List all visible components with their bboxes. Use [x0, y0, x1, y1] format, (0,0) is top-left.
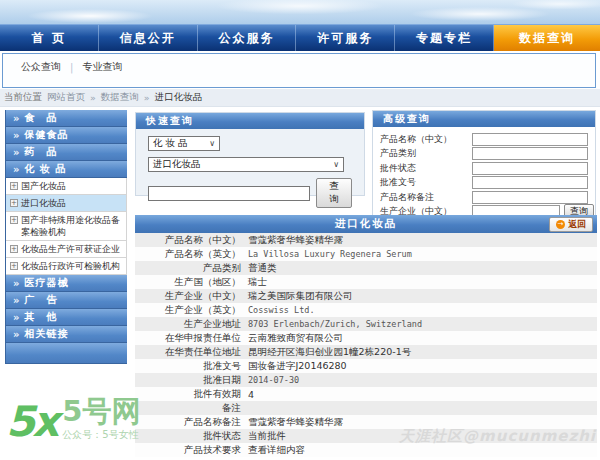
double-arrow-icon: »	[13, 130, 20, 141]
sidebar-item[interactable]: +进口化妆品	[6, 195, 127, 212]
table-row: 批准文号国妆备进字J20146280	[135, 359, 597, 373]
row-label: 产品名称备注	[135, 416, 245, 429]
detail-table-title: 进口化妆品	[135, 217, 597, 231]
breadcrumb-separator-icon: »	[144, 92, 150, 103]
table-row: 在华责任单位地址昆明经开区海归创业园1幢2栋220-1号	[135, 345, 597, 359]
logo-right: 5号网 公众号：5号女性	[62, 397, 140, 442]
table-row: 生产企业（中文）瑞之美国际集团有限公司	[135, 289, 597, 303]
site-logo: 5x 5号网 公众号：5号女性	[6, 397, 141, 442]
sidebar-section-header[interactable]: »其 他	[6, 309, 127, 326]
advanced-field-input[interactable]	[472, 191, 588, 204]
row-label: 批件有效期	[135, 388, 245, 401]
sidebar-item-label: 国产化妆品	[21, 180, 66, 192]
sidebar-section-label: 其 他	[24, 310, 57, 324]
advanced-search-row: 批准文号	[373, 176, 595, 191]
sky-banner	[0, 0, 600, 24]
sidebar-section-label: 化 妆 品	[24, 162, 66, 176]
sidebar-section-header[interactable]: »广 告	[6, 292, 127, 309]
nav-item[interactable]: 首 页	[0, 25, 99, 51]
table-row: 产品名称（中文）雪蔻紫奢华蜂姿精华露	[135, 233, 597, 247]
expand-icon: +	[10, 199, 18, 207]
sidebar-section-header[interactable]: »保健食品	[6, 127, 127, 144]
row-value: 瑞士	[245, 276, 597, 289]
advanced-search-row: 产品名称备注	[373, 190, 595, 205]
nav-item[interactable]: 信息公开	[99, 25, 198, 51]
category-select-value: 化 妆 品	[153, 137, 188, 150]
type-select[interactable]: 进口化妆品 ∨	[148, 157, 344, 172]
breadcrumb-item[interactable]: 网站首页	[47, 91, 85, 104]
advanced-search-row: 批件状态	[373, 161, 595, 176]
advanced-field-label: 产品名称（中文）	[380, 133, 468, 146]
nav-item[interactable]: 公众服务	[198, 25, 297, 51]
table-row: 生产企业地址8703 Erlenbach/Zurich, Switzerland	[135, 317, 597, 331]
sidebar-item[interactable]: +国产化妆品	[6, 178, 127, 195]
row-value: 云南雅致商贸有限公司	[245, 332, 597, 345]
sidebar-section-header[interactable]: »化 妆 品	[6, 161, 127, 178]
table-row: 批件有效期4	[135, 387, 597, 401]
row-label: 产品名称（英文）	[135, 248, 245, 261]
watermark: 天涯社区@mucunmezhi	[399, 427, 596, 446]
sidebar-section-label: 药 品	[24, 145, 57, 159]
sidebar-section-header[interactable]: »医疗器械	[6, 275, 127, 292]
sidebar-section-label: 食 品	[24, 111, 57, 125]
subnav-item[interactable]: 公众查询	[21, 60, 61, 74]
advanced-search-title: 高级查询	[383, 112, 431, 126]
sidebar-section-header[interactable]: »相关链接	[6, 326, 127, 343]
back-button[interactable]: → 返回	[549, 217, 593, 232]
sidebar-item-label: 进口化妆品	[21, 197, 66, 209]
quick-search-panel: 快速查询 化 妆 品 ∨ 进口化妆品 ∨ 查询	[135, 112, 365, 196]
double-arrow-icon: »	[13, 312, 20, 323]
sidebar-section-label: 医疗器械	[24, 276, 68, 290]
row-value: Cosswiss Ltd.	[245, 305, 597, 315]
table-row: 生产国（地区）瑞士	[135, 275, 597, 289]
nav-item[interactable]: 专题专栏	[395, 25, 494, 51]
sidebar-item[interactable]: +化妆品行政许可检验机构	[6, 258, 127, 275]
advanced-field-input[interactable]	[472, 162, 588, 175]
table-row: 批准日期2014-07-30	[135, 373, 597, 387]
advanced-field-input[interactable]	[472, 176, 588, 189]
sidebar-section-header[interactable]: »药 品	[6, 144, 127, 161]
row-value: La Villosa Luxury Regenera Serum	[245, 249, 597, 259]
breadcrumb: 当前位置 网站首页»数据查询»进口化妆品	[0, 89, 600, 107]
row-label: 批准文号	[135, 360, 245, 373]
double-arrow-icon: »	[13, 295, 20, 306]
sidebar-section-header[interactable]: »食 品	[6, 110, 127, 127]
advanced-search-panel: 高级查询 产品名称（中文）产品类别批件状态批准文号产品名称备注生产企业（中文）查…	[372, 110, 596, 216]
sidebar-item-label: 化妆品行政许可检验机构	[21, 260, 120, 272]
row-label: 在华申报责任单位	[135, 332, 245, 345]
advanced-field-input[interactable]	[472, 147, 588, 160]
row-label: 生产企业地址	[135, 318, 245, 331]
keyword-input[interactable]	[148, 186, 310, 201]
table-row: 生产企业（英文）Cosswiss Ltd.	[135, 303, 597, 317]
advanced-field-input[interactable]	[472, 133, 588, 146]
logo-text: 5号网	[62, 397, 140, 426]
detail-table: 进口化妆品 → 返回 产品名称（中文）雪蔻紫奢华蜂姿精华露产品名称（英文）La …	[135, 215, 597, 457]
advanced-field-label: 产品类别	[380, 147, 468, 160]
advanced-field-label: 批准文号	[380, 176, 468, 189]
detail-table-header: 进口化妆品 → 返回	[135, 215, 597, 233]
row-value: 雪蔻紫奢华蜂姿精华露	[245, 234, 597, 247]
row-value: 2014-07-30	[245, 375, 597, 385]
sidebar-item[interactable]: +国产非特殊用途化妆品备案检验机构	[6, 212, 127, 241]
chevron-down-icon: ∨	[209, 139, 215, 148]
breadcrumb-item[interactable]: 数据查询	[101, 91, 139, 104]
subnav-item[interactable]: 专业查询	[82, 60, 122, 74]
row-label: 生产企业（中文）	[135, 290, 245, 303]
quick-search-button[interactable]: 查询	[316, 178, 352, 208]
nav-item[interactable]: 数据查询	[494, 25, 600, 51]
sidebar: »食 品»保健食品»药 品»化 妆 品+国产化妆品+进口化妆品+国产非特殊用途化…	[5, 110, 127, 364]
category-select[interactable]: 化 妆 品 ∨	[148, 136, 220, 151]
double-arrow-icon: »	[13, 329, 20, 340]
sidebar-section-label: 保健食品	[24, 128, 68, 142]
row-label: 生产企业（英文）	[135, 304, 245, 317]
row-value: 8703 Erlenbach/Zurich, Switzerland	[245, 319, 597, 329]
advanced-search-body: 产品名称（中文）产品类别批件状态批准文号产品名称备注生产企业（中文）查询	[373, 127, 595, 219]
sidebar-item[interactable]: +化妆品生产许可获证企业	[6, 241, 127, 258]
breadcrumb-items: 网站首页»数据查询»进口化妆品	[47, 91, 202, 104]
main-nav: 首 页信息公开公众服务许可服务专题专栏数据查询	[0, 24, 600, 51]
nav-item[interactable]: 许可服务	[296, 25, 395, 51]
row-label: 产品名称（中文）	[135, 234, 245, 247]
page: 首 页信息公开公众服务许可服务专题专栏数据查询 公众查询|专业查询 当前位置 网…	[0, 0, 600, 460]
row-label: 在华责任单位地址	[135, 346, 245, 359]
table-row: 产品类别普通类	[135, 261, 597, 275]
